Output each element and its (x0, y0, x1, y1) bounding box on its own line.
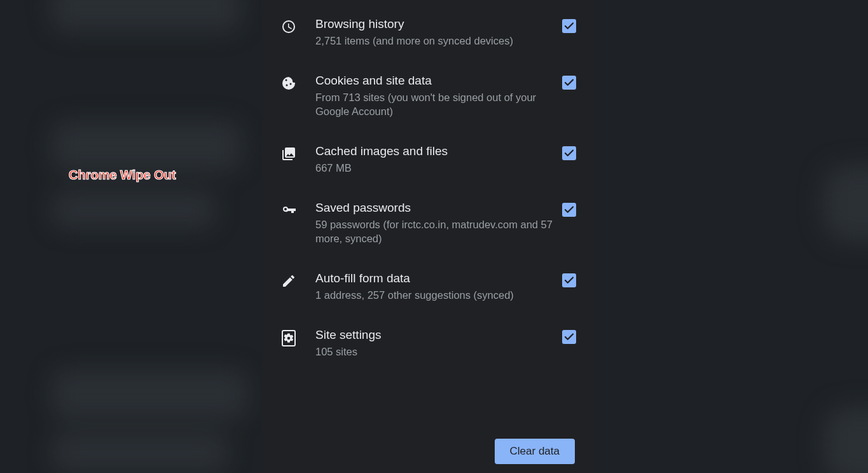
checkbox-cached[interactable] (562, 146, 576, 160)
row-title: Cached images and files (315, 144, 553, 159)
key-icon (273, 200, 304, 218)
site-settings-icon (273, 327, 304, 346)
cookie-icon (273, 73, 304, 91)
row-cookies[interactable]: Cookies and site data From 713 sites (yo… (262, 60, 594, 131)
checkbox-passwords[interactable] (562, 203, 576, 217)
row-subtitle: From 713 sites (you won't be signed out … (315, 90, 553, 118)
checkbox-cookies[interactable] (562, 76, 576, 90)
row-title: Site settings (315, 327, 553, 343)
row-site-settings[interactable]: Site settings 105 sites (262, 315, 594, 371)
row-title: Auto-fill form data (315, 271, 553, 286)
pencil-icon (273, 271, 304, 289)
image-icon (273, 144, 304, 161)
history-icon (273, 17, 304, 34)
row-cached-images[interactable]: Cached images and files 667 MB (262, 131, 594, 188)
row-autofill[interactable]: Auto-fill form data 1 address, 257 other… (262, 258, 594, 315)
row-subtitle: 667 MB (315, 161, 553, 175)
row-subtitle: 2,751 items (and more on synced devices) (315, 34, 553, 48)
clear-data-panel: Browsing history 2,751 items (and more o… (262, 0, 594, 473)
row-subtitle: 1 address, 257 other suggestions (synced… (315, 288, 553, 302)
panel-footer: Clear data (262, 434, 594, 473)
right-backdrop (594, 0, 868, 473)
row-subtitle: 105 sites (315, 345, 553, 359)
row-subtitle: 59 passwords (for irctc.co.in, matrudev.… (315, 217, 553, 245)
row-title: Saved passwords (315, 200, 553, 216)
checkbox-browsing-history[interactable] (562, 19, 576, 33)
checkbox-site-settings[interactable] (562, 330, 576, 344)
row-title: Browsing history (315, 17, 553, 32)
row-title: Cookies and site data (315, 73, 553, 88)
clear-data-list: Browsing history 2,751 items (and more o… (262, 4, 594, 434)
row-saved-passwords[interactable]: Saved passwords 59 passwords (for irctc.… (262, 188, 594, 258)
row-browsing-history[interactable]: Browsing history 2,751 items (and more o… (262, 4, 594, 60)
clear-data-button[interactable]: Clear data (495, 439, 575, 464)
checkbox-autofill[interactable] (562, 273, 576, 287)
overlay-caption: Chrome Wipe Out (69, 168, 176, 182)
